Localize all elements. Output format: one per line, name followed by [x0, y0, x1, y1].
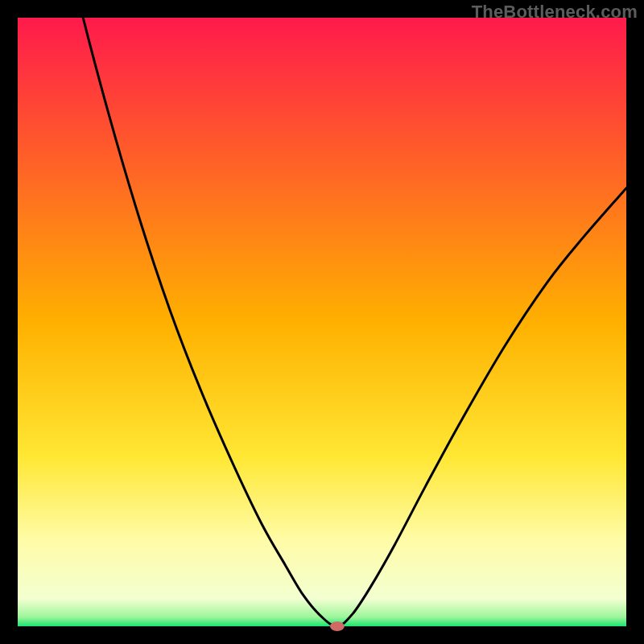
gradient-background [18, 18, 626, 626]
watermark-text: TheBottleneck.com [472, 2, 638, 23]
chart-outer-frame: TheBottleneck.com [0, 0, 644, 644]
optimal-point-marker [330, 621, 345, 631]
bottleneck-chart [0, 0, 644, 644]
